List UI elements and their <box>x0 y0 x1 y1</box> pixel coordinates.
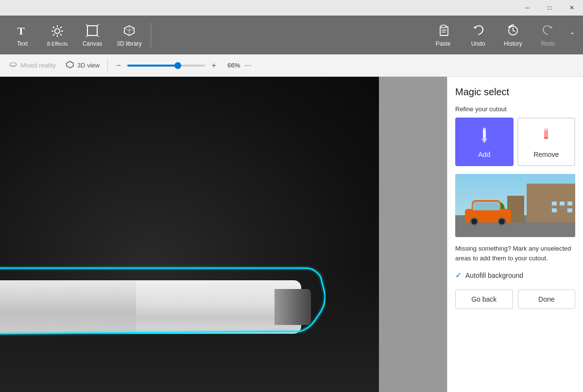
svg-rect-22 <box>483 129 486 138</box>
zoom-control: − + 66% <box>113 60 240 71</box>
zoom-slider-thumb[interactable] <box>174 62 181 69</box>
svg-rect-27 <box>544 137 548 139</box>
toolbar-item-text[interactable]: T Text <box>5 17 40 52</box>
maximize-button[interactable]: □ <box>538 0 561 16</box>
toolbar-item-paste[interactable]: Paste <box>427 17 460 52</box>
canvas-icon <box>85 23 100 38</box>
refine-label: Refine your cutout <box>455 105 575 113</box>
paste-icon <box>435 23 451 38</box>
cutout-buttons: Add Remove <box>455 118 575 166</box>
autofill-row[interactable]: ✓ Autofill background <box>455 271 575 280</box>
svg-line-14 <box>97 35 99 37</box>
panel-title: Magic select <box>455 86 575 98</box>
zoom-slider-track <box>127 65 205 67</box>
minimize-button[interactable]: ─ <box>516 0 538 16</box>
svg-text:T: T <box>17 25 25 37</box>
main-area: Magic select Refine your cutout Add <box>0 77 583 392</box>
svg-marker-21 <box>67 61 73 68</box>
secondary-toolbar: Mixed reality 3D view − + 66% ··· <box>0 54 583 77</box>
autofill-label: Autofill background <box>465 272 523 279</box>
toolbar-item-undo[interactable]: Undo <box>462 17 495 52</box>
close-button[interactable]: ✕ <box>561 0 583 16</box>
zoom-percent: 66% <box>223 62 240 69</box>
undo-icon <box>470 23 486 38</box>
remove-button[interactable]: Remove <box>517 118 576 166</box>
redo-icon <box>540 23 556 38</box>
redo-label: Redo <box>541 40 555 47</box>
text-icon: T <box>15 23 30 38</box>
effects-icon <box>50 23 65 39</box>
secondary-separator <box>107 58 108 73</box>
paste-label: Paste <box>436 40 451 47</box>
preview-area <box>455 174 575 237</box>
done-button[interactable]: Done <box>518 290 576 309</box>
history-label: History <box>504 40 522 47</box>
svg-rect-26 <box>544 128 548 131</box>
library-label: 3D library <box>117 40 141 47</box>
toolbar-separator <box>151 23 151 47</box>
3d-view-label: 3D view <box>77 62 100 69</box>
3d-view-icon <box>66 60 74 70</box>
autofill-checkmark: ✓ <box>455 271 462 280</box>
toolbar-item-canvas[interactable]: Canvas <box>75 17 110 52</box>
toolbar-item-3dlibrary[interactable]: 3D library <box>110 17 149 52</box>
title-bar: ─ □ ✕ <box>0 0 583 16</box>
svg-line-11 <box>86 24 87 26</box>
svg-point-1 <box>55 29 60 34</box>
add-button[interactable]: Add <box>455 118 514 166</box>
3d-view-button[interactable]: 3D view <box>61 58 104 72</box>
preview-scene <box>455 174 575 237</box>
remove-label: Remove <box>533 151 559 158</box>
canvas-image <box>0 77 379 392</box>
zoom-out-button[interactable]: − <box>113 60 124 71</box>
svg-rect-10 <box>87 26 97 35</box>
text-label: Text <box>17 40 28 47</box>
remove-eraser-icon <box>537 126 555 147</box>
svg-line-7 <box>60 34 62 35</box>
add-label: Add <box>478 151 490 158</box>
svg-rect-24 <box>483 128 486 130</box>
toolbar-collapse-button[interactable]: ⌃ <box>566 17 578 52</box>
svg-line-6 <box>53 27 54 28</box>
mixed-reality-icon <box>9 60 17 70</box>
title-bar-controls: ─ □ ✕ <box>516 0 583 16</box>
canvas-label: Canvas <box>83 40 103 47</box>
svg-line-9 <box>53 34 54 35</box>
svg-rect-16 <box>441 25 446 28</box>
svg-line-13 <box>86 35 87 37</box>
add-brush-icon <box>476 126 493 147</box>
canvas-area[interactable] <box>0 77 447 392</box>
svg-line-8 <box>60 27 62 28</box>
effects-label: 8 Effects <box>47 41 68 47</box>
mixed-reality-button[interactable]: Mixed reality <box>4 58 61 72</box>
zoom-in-button[interactable]: + <box>208 60 220 71</box>
helper-text: Missing something? Mark any unselected a… <box>455 244 575 263</box>
go-back-button[interactable]: Go back <box>455 290 513 309</box>
mixed-reality-label: Mixed reality <box>20 62 56 69</box>
toolbar-item-effects[interactable]: 8 Effects <box>40 17 75 52</box>
undo-label: Undo <box>471 40 485 47</box>
bottom-buttons: Go back Done <box>455 290 575 309</box>
toolbar-tools: T Text 8 Effects <box>5 16 149 54</box>
right-panel: Magic select Refine your cutout Add <box>447 77 583 392</box>
toolbar: T Text 8 Effects <box>0 16 583 54</box>
svg-marker-23 <box>481 138 487 143</box>
toolbar-right: Paste Undo History <box>427 17 578 52</box>
toolbar-item-redo[interactable]: Redo <box>532 17 565 52</box>
library-3d-icon <box>121 23 137 38</box>
zoom-slider-fill <box>127 65 178 67</box>
more-options-button[interactable]: ··· <box>240 58 256 73</box>
history-icon <box>505 23 521 38</box>
toolbar-item-history[interactable]: History <box>497 17 530 52</box>
svg-line-12 <box>97 24 99 26</box>
